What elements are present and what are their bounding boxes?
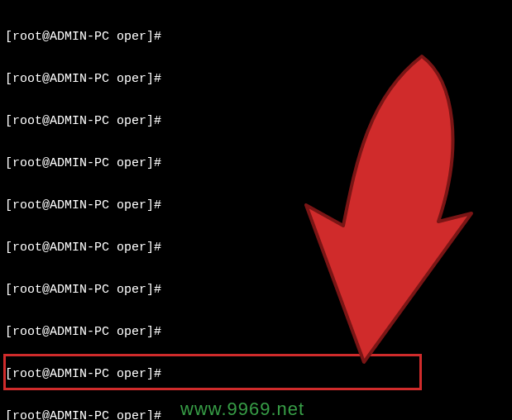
prompt-line: [root@ADMIN-PC oper]# (5, 72, 507, 86)
prompt-line: [root@ADMIN-PC oper]# (5, 114, 507, 128)
annotation-highlight-box (3, 354, 422, 390)
prompt-line: [root@ADMIN-PC oper]# (5, 156, 507, 170)
prompt-line: [root@ADMIN-PC oper]# (5, 409, 507, 420)
prompt-line: [root@ADMIN-PC oper]# (5, 241, 507, 255)
prompt-line: [root@ADMIN-PC oper]# (5, 325, 507, 339)
prompt-line: [root@ADMIN-PC oper]# (5, 283, 507, 297)
prompt-line: [root@ADMIN-PC oper]# (5, 30, 507, 44)
prompt-line: [root@ADMIN-PC oper]# (5, 198, 507, 212)
